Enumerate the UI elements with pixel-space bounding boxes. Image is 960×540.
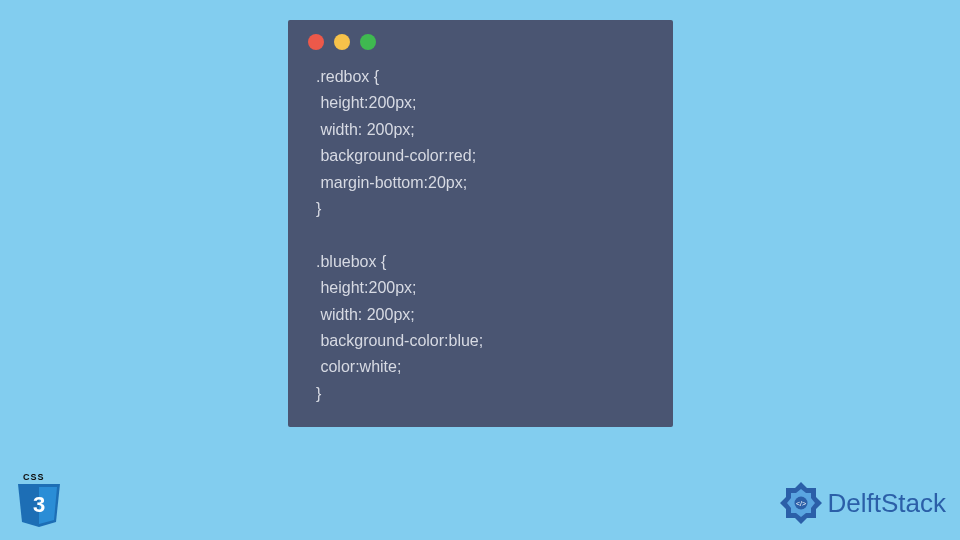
svg-text:</>: </> [795,500,805,507]
brand-emblem-icon: </> [778,480,824,526]
minimize-icon [334,34,350,50]
css3-badge-icon: CSS 3 [14,470,64,528]
code-window: .redbox { height:200px; width: 200px; ba… [288,20,673,427]
traffic-lights [306,34,655,50]
close-icon [308,34,324,50]
css-badge-label: CSS [23,472,45,482]
css-badge-number: 3 [33,492,45,517]
brand-name: DelftStack [828,488,947,519]
code-block: .redbox { height:200px; width: 200px; ba… [306,64,655,407]
maximize-icon [360,34,376,50]
brand-logo: </> DelftStack [778,480,947,526]
